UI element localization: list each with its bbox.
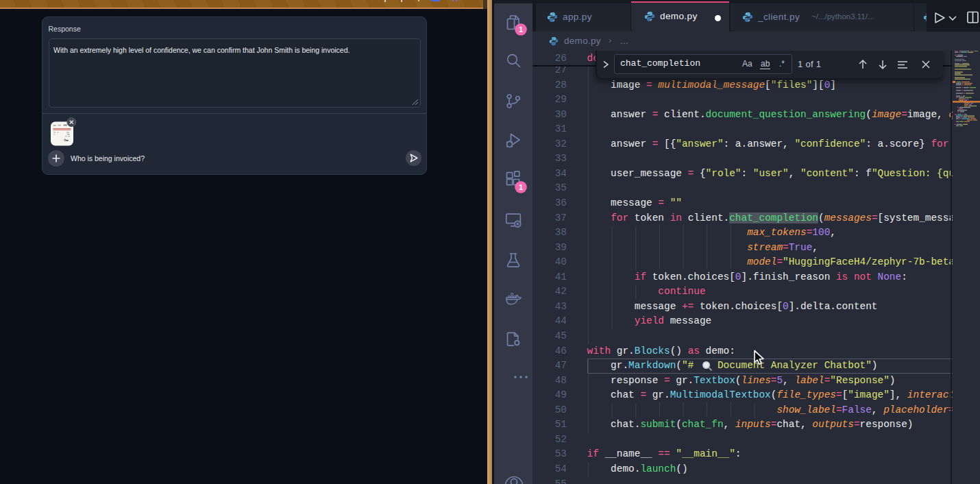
- svg-text:1: 1: [518, 25, 522, 34]
- svg-text:1: 1: [518, 183, 522, 191]
